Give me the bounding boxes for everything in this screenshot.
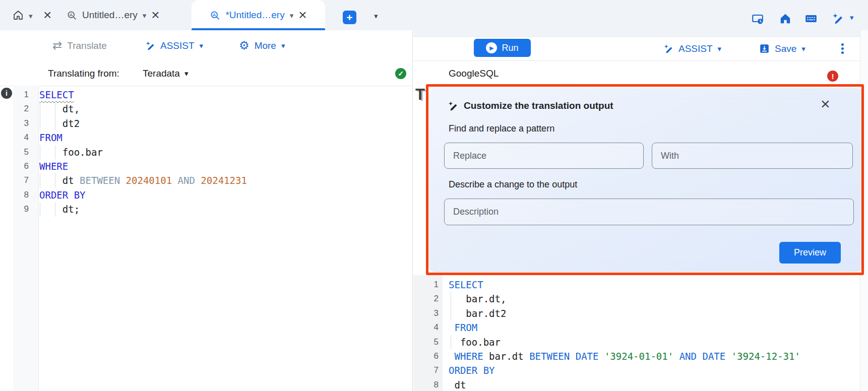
more-button[interactable]: ⚙ More ▾	[239, 30, 285, 61]
chevron-down-icon: ▾	[184, 70, 189, 77]
code-line[interactable]: WHERE bar.dt BETWEEN DATE '3924-01-01' A…	[449, 349, 860, 363]
line-number: 7	[13, 173, 29, 187]
line-number: 1	[13, 88, 29, 102]
code-line[interactable]: WHERE	[39, 159, 412, 173]
code-line[interactable]: ORDER BY	[449, 363, 860, 377]
chevron-down-icon: ▾	[801, 45, 805, 52]
pen-spark-icon	[145, 41, 155, 51]
assist-pen-icon[interactable]	[832, 13, 845, 26]
translation-error-icon[interactable]: !	[827, 71, 838, 82]
code-line[interactable]: bar.dt2	[449, 306, 860, 320]
home-tab-icon[interactable]	[12, 9, 24, 21]
play-icon: ▶	[486, 42, 497, 53]
line-number: 6	[413, 349, 439, 363]
line-number: 6	[13, 159, 29, 173]
code-line[interactable]: dt BETWEEN 20240101 AND 20241231	[39, 173, 412, 187]
with-input[interactable]	[652, 143, 853, 169]
description-input[interactable]	[444, 199, 854, 225]
line-number: 4	[413, 320, 439, 335]
save-label: Save	[775, 43, 796, 54]
line-number: 3	[413, 306, 439, 320]
indent-guide	[40, 102, 40, 116]
pen-spark-icon	[663, 44, 673, 54]
line-info-icon[interactable]: i	[1, 88, 12, 99]
preview-button[interactable]: Preview	[779, 242, 841, 264]
code-line[interactable]: SELECT	[449, 278, 860, 292]
new-tab-button[interactable]: +	[343, 11, 356, 24]
indent-guide	[40, 145, 40, 159]
output-code-area[interactable]: SELECT bar.dt, bar.dt2 FROM foo.bar WHER…	[449, 278, 860, 391]
code-line[interactable]: FROM	[39, 131, 412, 145]
tab-untitled-query[interactable]: Untitled…ery ▾ ×	[67, 0, 160, 30]
source-dialect-dropdown[interactable]: Teradata ▾	[143, 61, 188, 86]
tab-label: *Untitled…ery	[225, 10, 284, 21]
tab-label: Untitled…ery	[82, 10, 138, 21]
tab-close-icon[interactable]: ×	[298, 8, 306, 22]
home-icon[interactable]	[779, 12, 792, 25]
assist-button[interactable]: ASSIST ▾	[663, 37, 721, 60]
line-number: 5	[13, 145, 29, 159]
code-line[interactable]: foo.bar	[39, 145, 412, 159]
find-replace-label: Find and replace a pattern	[449, 123, 554, 134]
assist-caret-icon[interactable]: ▾	[850, 14, 854, 21]
code-line[interactable]: dt2	[39, 116, 412, 131]
code-line[interactable]: bar.dt,	[449, 292, 860, 306]
line-number: 4	[13, 131, 29, 145]
assist-button[interactable]: ASSIST ▾	[145, 30, 203, 61]
code-line[interactable]: dt,	[39, 102, 412, 116]
tab-close-icon[interactable]: ×	[151, 8, 159, 22]
gear-icon: ⚙	[239, 40, 250, 51]
save-button[interactable]: Save ▾	[759, 37, 805, 60]
line-number: 9	[13, 202, 29, 216]
tab-caret-icon[interactable]: ▾	[290, 12, 294, 19]
output-toolbar: ▶ Run ASSIST ▾ Save ▾	[413, 37, 860, 61]
close-icon[interactable]: ×	[821, 96, 830, 112]
line-number: 7	[413, 363, 439, 377]
indent-guide	[40, 116, 40, 131]
indent-guide	[451, 335, 451, 349]
source-line-numbers: 123456789	[13, 86, 39, 391]
translating-from-label: Translating from:	[48, 61, 119, 86]
source-panel: ⇄ Translate ASSIST ▾ ⚙ More ▾ Translatin…	[0, 30, 413, 391]
panel-top-gap	[413, 30, 860, 37]
source-dialect-value: Teradata	[143, 68, 180, 79]
pen-spark-icon	[448, 101, 458, 111]
dialog-title: Customize the translation output	[464, 100, 613, 111]
indent-guide	[55, 116, 55, 131]
tabs-overflow-caret-icon[interactable]: ▾	[374, 12, 378, 20]
chevron-down-icon: ▾	[281, 42, 285, 49]
background-artifact-text: T	[415, 86, 425, 104]
code-line[interactable]: foo.bar	[449, 335, 860, 349]
recent-tabs-icon[interactable]	[751, 12, 764, 25]
translate-label: Translate	[67, 40, 107, 51]
keyboard-shortcuts-icon[interactable]	[804, 12, 818, 25]
code-line[interactable]: dt;	[39, 202, 412, 216]
line-number: 5	[413, 335, 439, 349]
translation-valid-icon: ✓	[395, 68, 406, 79]
source-code-area[interactable]: SELECT dt, dt2FROM foo.barWHERE dt BETWE…	[39, 86, 412, 217]
chevron-down-icon: ▾	[200, 42, 204, 49]
indent-guide	[55, 102, 55, 116]
home-tab-close-icon[interactable]: ×	[43, 8, 51, 22]
run-button[interactable]: ▶ Run	[474, 39, 531, 57]
translating-from-row: Translating from: Teradata ▾ ✓	[0, 61, 412, 86]
source-toolbar: ⇄ Translate ASSIST ▾ ⚙ More ▾	[0, 30, 412, 61]
tab-caret-icon[interactable]: ▾	[143, 12, 147, 19]
translate-button[interactable]: ⇄ Translate	[52, 30, 107, 61]
line-number: 3	[13, 116, 29, 131]
replace-input[interactable]	[444, 143, 644, 169]
output-line-numbers: 12345678	[413, 278, 443, 391]
output-dialect-row: GoogleSQL !	[413, 61, 860, 86]
home-tab-caret-icon[interactable]: ▾	[29, 12, 33, 20]
code-line[interactable]: dt	[449, 378, 860, 391]
indent-guide	[451, 292, 451, 306]
line-number: 1	[413, 278, 439, 292]
tab-untitled-query-active[interactable]: *Untitled…ery ▾ ×	[192, 0, 325, 30]
indent-guide	[40, 173, 40, 187]
code-line[interactable]: FROM	[449, 320, 860, 335]
line-number: 8	[13, 188, 29, 202]
line-number: 8	[413, 378, 439, 391]
code-line[interactable]: SELECT	[39, 88, 412, 102]
code-line[interactable]: ORDER BY	[39, 188, 412, 202]
more-options-kebab-icon[interactable]	[839, 37, 845, 60]
